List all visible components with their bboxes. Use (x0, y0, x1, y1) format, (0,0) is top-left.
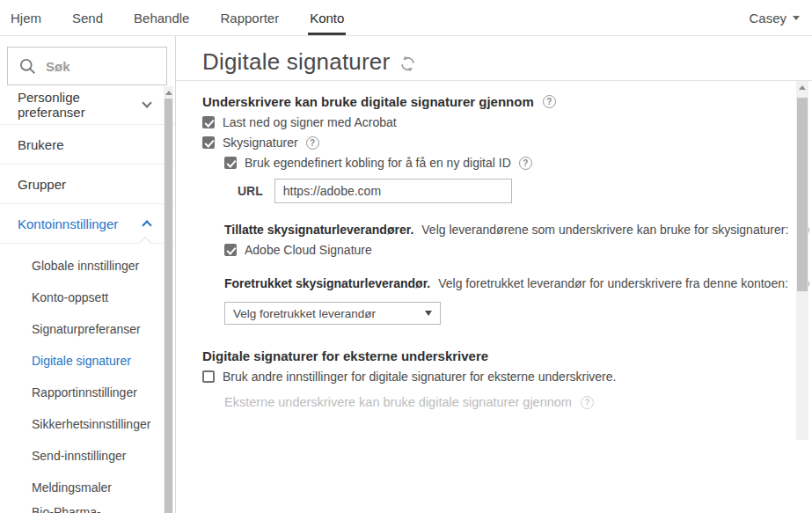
sidebar-search[interactable] (7, 47, 167, 85)
section-heading-text: Underskrivere kan bruke digitale signatu… (202, 94, 534, 109)
top-navigation: HjemSendBehandleRapporterKonto Casey (0, 0, 812, 36)
dropdown-arrow-icon (425, 311, 432, 316)
sidebar-item-globale-innstillinger[interactable]: Globale innstillinger (0, 250, 175, 282)
user-name: Casey (749, 11, 786, 26)
sidebar-item-sikkerhetsinnstillinger[interactable]: Sikkerhetsinnstillinger (0, 408, 175, 440)
help-icon[interactable] (306, 136, 319, 150)
chevron-down-icon (793, 16, 800, 20)
sidebar-item-label: Personlige preferanser (18, 90, 143, 120)
topnav-item-konto[interactable]: Konto (308, 0, 346, 35)
section-heading-signers: Underskrivere kan bruke digitale signatu… (202, 94, 777, 109)
checkbox-row[interactable]: Last ned og signer med Acrobat (202, 115, 777, 129)
settings-content: Underskrivere kan bruke digitale signatu… (176, 81, 812, 409)
topnav-items: HjemSendBehandleRapporterKonto (9, 0, 373, 35)
checkbox-row[interactable]: Bruk andre innstillinger for digitale si… (202, 370, 777, 384)
custom-link-row-slot: Bruk egendefinert kobling for å få en ny… (224, 156, 777, 170)
sidebar-item-meldingsmaler[interactable]: Meldingsmaler (0, 472, 175, 503)
sidebar-item-label: Brukere (18, 137, 64, 152)
external-disabled-text: Eksterne underskrivere kan bruke digital… (224, 395, 572, 409)
scroll-up-icon[interactable] (799, 85, 806, 90)
sidebar-item-signaturpreferanser[interactable]: Signaturpreferanser (0, 313, 175, 345)
sidebar-item-label: Signaturpreferanser (32, 322, 141, 336)
sidebar: Personlige preferanserBrukereGrupperKont… (0, 36, 176, 513)
sidebar-item-label: Bio-Pharma-innstillinger (32, 505, 150, 513)
sidebar-item-label: Globale innstillinger (32, 259, 139, 273)
preferred-provider-select[interactable]: Velg foretrukket leverandør (224, 302, 441, 325)
sidebar-item-rapportinnstillinger[interactable]: Rapportinnstillinger (0, 377, 175, 408)
topnav-item-hjem[interactable]: Hjem (9, 0, 43, 35)
topnav-item-behandle[interactable]: Behandle (132, 0, 191, 35)
checkbox-label: Bruk andre innstillinger for digitale si… (223, 370, 616, 384)
sidebar-item-label: Digitale signaturer (32, 354, 131, 368)
allowed-providers-line: Tillatte skysignaturleverandører. Velg l… (224, 223, 777, 237)
sidebar-scrollbar[interactable] (164, 86, 173, 513)
external-signers-heading: Digitale signaturer for eksterne undersk… (202, 348, 777, 363)
sidebar-item-label: Grupper (18, 177, 66, 192)
checkbox-checked[interactable] (224, 244, 237, 256)
preferred-provider-line: Foretrukket skysignaturleverandør. Velg … (224, 276, 777, 290)
external-disabled-line: Eksterne underskrivere kan bruke digital… (224, 395, 777, 409)
checkbox-checked[interactable] (202, 136, 215, 149)
sidebar-scrollbar-thumb[interactable] (165, 99, 172, 513)
main-header: Digitale signaturer (176, 36, 812, 81)
checkbox-row[interactable]: Adobe Cloud Signature (224, 243, 777, 257)
page-title: Digitale signaturer (202, 48, 390, 76)
preferred-provider-lead: Foretrukket skysignaturleverandør. (224, 276, 430, 290)
allowed-provider-list: Adobe Cloud Signature (224, 243, 777, 257)
custom-link-block: Bruk egendefinert kobling for å få en ny… (224, 156, 777, 203)
allowed-providers-lead: Tillatte skysignaturleverandører. (224, 223, 413, 237)
sidebar-item-label: Send-innstillinger (32, 449, 126, 463)
chevron-down-icon (142, 98, 151, 107)
url-input[interactable] (274, 179, 512, 203)
sidebar-item-label: Kontoinnstillinger (18, 216, 118, 231)
checkbox-label: Adobe Cloud Signature (245, 243, 372, 257)
checkbox-label: Bruk egendefinert kobling for å få en ny… (245, 156, 511, 170)
checkbox-row[interactable]: Bruk egendefinert kobling for å få en ny… (224, 156, 777, 170)
sidebar-item-send-innstillinger[interactable]: Send-innstillinger (0, 440, 175, 472)
sidebar-item-label: Rapportinnstillinger (32, 385, 137, 399)
sidebar-item-label: Sikkerhetsinnstillinger (32, 417, 150, 431)
checkbox-unchecked[interactable] (202, 370, 215, 383)
help-icon (581, 396, 594, 409)
sidebar-item-kontoinnstillinger[interactable]: Kontoinnstillinger (0, 204, 175, 244)
sidebar-item-grupper[interactable]: Grupper (0, 165, 175, 204)
checkbox-row[interactable]: Skysignaturer (202, 136, 777, 150)
sidebar-item-label: Meldingsmaler (32, 480, 112, 495)
preferred-provider-text: Velg foretrukket leverandør for underskr… (438, 276, 788, 290)
sidebar-item-label: Konto-oppsett (32, 290, 108, 304)
main-scrollbar[interactable] (796, 81, 808, 440)
sidebar-item-brukere[interactable]: Brukere (0, 125, 175, 165)
topnav-item-rapporter[interactable]: Rapporter (218, 0, 281, 35)
allowed-providers-text: Velg leverandørene som underskrivere kan… (421, 223, 788, 237)
sidebar-item-konto-oppsett[interactable]: Konto-oppsett (0, 282, 175, 313)
refresh-icon[interactable] (399, 55, 416, 72)
external-checkbox-slot: Bruk andre innstillinger for digitale si… (202, 370, 777, 384)
help-icon[interactable] (543, 95, 556, 108)
scroll-up-icon[interactable] (165, 91, 172, 95)
checkbox-checked[interactable] (202, 116, 215, 128)
checkbox-checked[interactable] (224, 157, 237, 169)
search-input[interactable] (46, 59, 155, 74)
signer-methods-list: Last ned og signer med AcrobatSkysignatu… (202, 115, 777, 150)
checkbox-label: Last ned og signer med Acrobat (223, 115, 397, 129)
sidebar-sublist: Globale innstillingerKonto-oppsettSignat… (0, 244, 175, 513)
search-icon (19, 58, 36, 75)
topnav-item-send[interactable]: Send (70, 0, 105, 35)
main-scrollbar-thumb[interactable] (797, 98, 808, 291)
sidebar-item-digitale-signaturer[interactable]: Digitale signaturer (0, 345, 175, 377)
url-label: URL (238, 184, 263, 198)
select-value: Velg foretrukket leverandør (233, 307, 376, 320)
checkbox-label: Skysignaturer (223, 136, 298, 150)
chevron-up-icon (142, 220, 151, 230)
sidebar-list: Personlige preferanserBrukereGrupperKont… (0, 85, 175, 513)
url-row: URL (238, 179, 777, 203)
sidebar-item-bio-pharma-innstillinger[interactable]: Bio-Pharma-innstillinger (0, 503, 175, 513)
help-icon[interactable] (519, 157, 532, 170)
user-menu[interactable]: Casey (749, 0, 800, 35)
main-panel: Digitale signaturer Underskrivere kan br… (176, 36, 812, 513)
sidebar-item-personlige-preferanser[interactable]: Personlige preferanser (0, 85, 175, 125)
